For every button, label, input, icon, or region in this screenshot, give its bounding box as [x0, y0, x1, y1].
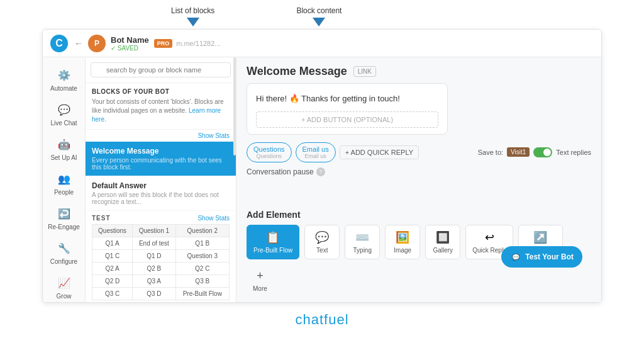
blocks-info-title: BLOCKS OF YOUR BOT [92, 88, 230, 95]
table-cell: Question 3 [175, 250, 229, 263]
automate-label: Automate [50, 85, 77, 92]
sidebar-item-reengage[interactable]: ↩️ Re-Engage [45, 201, 83, 234]
default-block-title: Default Answer [92, 181, 230, 190]
content-header: Welcome Message LINK [236, 57, 601, 83]
list-of-blocks-annotation: List of blocks [171, 6, 214, 26]
quickreply-icon: ↩ [485, 230, 494, 244]
table-cell: Pre-Built Flow [175, 288, 229, 300]
chatfuel-footer: chatfuel [295, 303, 348, 328]
table-header-0: Questions [92, 225, 133, 237]
table-cell: Q1 A [92, 237, 133, 250]
annotations-row: List of blocks Block content [64, 6, 580, 26]
sidebar-item-setupai[interactable]: 🤖 Set Up AI [45, 132, 83, 165]
link-badge[interactable]: LINK [353, 66, 376, 77]
table-cell: Q3 D [133, 288, 175, 300]
test-your-bot-button[interactable]: 💬 Test Your Bot [501, 246, 582, 268]
element-btn-text[interactable]: 💬 Text [304, 225, 340, 259]
setupai-label: Set Up AI [50, 154, 77, 161]
configure-label: Configure [50, 258, 77, 265]
table-cell: Q2 C [175, 263, 229, 275]
prebuiltflow-icon: 📋 [266, 230, 280, 244]
image-icon: 🖼️ [396, 230, 409, 244]
show-stats-button[interactable]: Show Stats [86, 130, 236, 142]
table-row: Q1 CQ1 DQuestion 3 [92, 250, 230, 263]
test-section: TEST Show Stats Questions Question 1 Que… [86, 211, 236, 302]
configure-icon: 🔧 [55, 239, 73, 257]
quick-reply-questions[interactable]: Questions Questions [247, 142, 292, 162]
element-btn-prebuiltflow[interactable]: 📋 Pre-Built Flow [247, 225, 299, 259]
table-cell: Q1 D [133, 250, 175, 263]
bot-url: m.me/11282... [176, 40, 220, 47]
blocks-info: BLOCKS OF YOUR BOT Your bot consists of … [86, 83, 236, 130]
text-replies-toggle[interactable] [533, 147, 552, 157]
table-cell: Q3 B [175, 275, 229, 288]
visit-badge: Visit1 [507, 147, 530, 157]
more-button[interactable]: + More [247, 264, 274, 297]
people-label: People [54, 189, 74, 196]
redirectto-icon: ↗️ [533, 230, 547, 244]
content-panel-wrapper: Welcome Message LINK Hi there! 🔥 Thanks … [236, 57, 601, 302]
content-title: Welcome Message [247, 65, 347, 78]
table-row: Q1 AEnd of testQ1 B [92, 237, 230, 250]
element-btn-typing[interactable]: ⌨️ Typing [345, 225, 380, 259]
block-item-welcome[interactable]: Welcome Message Every person communicati… [86, 142, 236, 176]
chatfuel-logo-icon: C [50, 35, 68, 52]
message-bubble: Hi there! 🔥 Thanks for getting in touch!… [247, 83, 448, 135]
block-item-default[interactable]: Default Answer A person will see this bl… [86, 176, 236, 211]
sidebar-item-grow[interactable]: 📈 Grow [45, 270, 83, 302]
page-wrapper: List of blocks Block content C ← P Bot N… [0, 0, 644, 362]
table-cell: Q1 C [92, 250, 133, 263]
reengage-label: Re-Engage [48, 223, 80, 230]
sidebar-item-people[interactable]: 👥 People [45, 166, 83, 200]
list-of-blocks-arrow [187, 18, 199, 26]
sidebar: ⚙️ Automate 💬 Live Chat 🤖 Set Up AI 👥 Pe… [43, 57, 86, 302]
table-row: Q2 DQ3 AQ3 B [92, 275, 230, 288]
sidebar-item-automate[interactable]: ⚙️ Automate [45, 62, 83, 96]
table-header-1: Question 1 [133, 225, 175, 237]
add-quick-reply-button[interactable]: + ADD QUICK REPLY [340, 145, 419, 159]
search-wrapper: 🔍 [91, 62, 231, 77]
image-label: Image [394, 247, 411, 254]
text-elem-label: Text [316, 247, 328, 254]
table-cell: End of test [133, 237, 175, 250]
gallery-label: Gallery [433, 247, 453, 254]
blocks-info-text: Your bot consists of content 'blocks'. B… [92, 98, 230, 124]
back-button[interactable]: ← [74, 38, 83, 48]
content-body: Hi there! 🔥 Thanks for getting in touch!… [236, 83, 601, 205]
more-icon: + [257, 269, 264, 283]
table-cell: Q1 B [175, 237, 229, 250]
more-label: More [253, 285, 267, 292]
livechat-icon: 💬 [55, 101, 73, 118]
element-btn-image[interactable]: 🖼️ Image [385, 225, 420, 259]
bot-avatar: P [88, 35, 106, 52]
help-icon: ? [316, 167, 325, 176]
table-cell: Q3 A [133, 275, 175, 288]
gallery-icon: 🔲 [436, 230, 450, 244]
element-btn-gallery[interactable]: 🔲 Gallery [425, 225, 460, 259]
typing-label: Typing [353, 247, 372, 254]
table-cell: Q2 B [133, 263, 175, 275]
default-block-desc: A person will see this block if the bot … [92, 191, 230, 205]
prebuiltflow-label: Pre-Built Flow [253, 247, 292, 254]
table-row: Q3 CQ3 DPre-Built Flow [92, 288, 230, 300]
text-elem-icon: 💬 [315, 230, 329, 244]
top-nav: C ← P Bot Name ✓ SAVED PRO m.me/11282... [43, 30, 601, 57]
search-input[interactable] [91, 62, 231, 77]
blocks-panel: 🔍 BLOCKS OF YOUR BOT Your bot consists o… [86, 57, 236, 302]
scrollbar[interactable] [233, 57, 236, 156]
grow-label: Grow [57, 293, 72, 300]
sidebar-item-livechat[interactable]: 💬 Live Chat [45, 97, 83, 130]
test-table: Questions Question 1 Question 2 Q1 AEnd … [92, 224, 230, 300]
conversation-pause[interactable]: Conversation pause ? [247, 167, 591, 176]
sidebar-item-configure[interactable]: 🔧 Configure [45, 235, 83, 269]
quick-reply-emailus[interactable]: Email us Email us [296, 142, 336, 162]
add-button-optional[interactable]: + ADD BUTTON (OPTIONAL) [256, 111, 438, 128]
people-icon: 👥 [55, 170, 73, 188]
pro-badge: PRO [154, 39, 173, 48]
test-show-stats[interactable]: Show Stats [197, 215, 230, 222]
save-to-label: Save to: [478, 149, 503, 156]
automate-icon: ⚙️ [55, 66, 73, 84]
grow-icon: 📈 [55, 274, 73, 291]
message-text: Hi there! 🔥 Thanks for getting in touch! [256, 93, 438, 105]
quick-replies-row: Questions Questions Email us Email us + … [247, 142, 591, 162]
